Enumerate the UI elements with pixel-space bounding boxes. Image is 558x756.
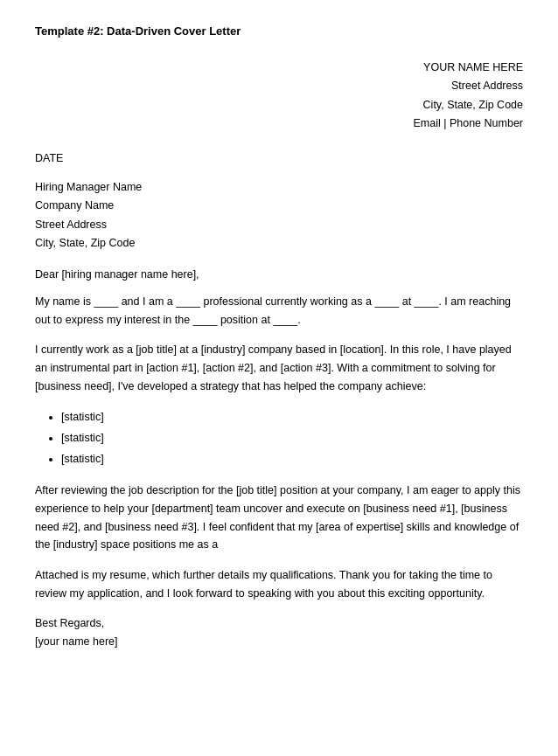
page-container: Template #2: Data-Driven Cover Letter YO… xyxy=(0,0,558,756)
bullet-list: [statistic] [statistic] [statistic] xyxy=(61,407,523,469)
paragraph-1: My name is ____ and I am a ____ professi… xyxy=(35,293,523,329)
paragraph-2: I currently work as a [job title] at a [… xyxy=(35,341,523,395)
header-address-line1: Street Address xyxy=(413,77,523,95)
closing-farewell: Best Regards, xyxy=(35,614,523,633)
bullet-item-2: [statistic] xyxy=(61,428,523,449)
recipient-name: Hiring Manager Name xyxy=(35,178,523,197)
header-address-line2: City, State, Zip Code xyxy=(413,96,523,114)
recipient-company: Company Name xyxy=(35,197,523,215)
closing-name: [your name here] xyxy=(35,633,523,651)
template-title: Template #2: Data-Driven Cover Letter xyxy=(35,24,523,38)
bullet-item-3: [statistic] xyxy=(61,449,523,470)
recipient-address: Street Address xyxy=(35,216,523,234)
recipient-city-state-zip: City, State, Zip Code xyxy=(35,234,523,253)
paragraph-4: Attached is my resume, which further det… xyxy=(35,566,523,602)
recipient-section: Hiring Manager Name Company Name Street … xyxy=(35,178,523,253)
header-section: YOUR NAME HERE Street Address City, Stat… xyxy=(35,59,523,133)
header-name: YOUR NAME HERE xyxy=(413,59,523,77)
date-section: DATE xyxy=(35,152,523,164)
header-address: YOUR NAME HERE Street Address City, Stat… xyxy=(413,59,523,133)
paragraph-3: After reviewing the job description for … xyxy=(35,482,523,554)
date-text: DATE xyxy=(35,152,63,164)
salutation: Dear [hiring manager name here], xyxy=(35,268,523,281)
header-contact: Email | Phone Number xyxy=(413,114,523,133)
bullet-item-1: [statistic] xyxy=(61,407,523,428)
closing-section: Best Regards, [your name here] xyxy=(35,614,523,652)
